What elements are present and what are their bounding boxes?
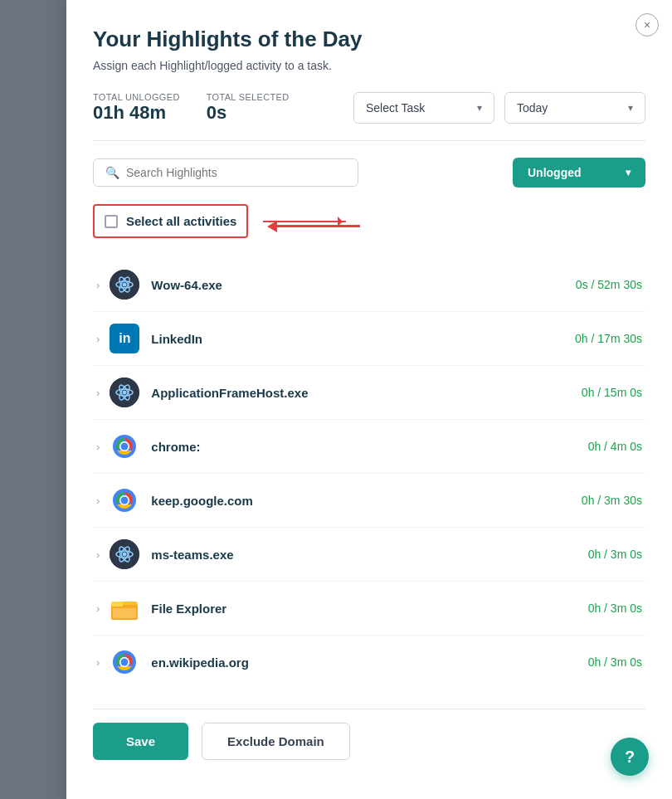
- list-item[interactable]: › keep.google.com 0h / 3m 30s: [93, 474, 645, 528]
- help-button[interactable]: ?: [611, 738, 649, 776]
- app-time: 0h / 17m 30s: [575, 332, 642, 345]
- search-filter-row: 🔍 Unlogged ▾: [93, 158, 645, 188]
- selected-value: 0s: [207, 102, 290, 124]
- app-icon: [110, 593, 139, 623]
- app-time: 0s / 52m 30s: [576, 278, 642, 291]
- select-task-dropdown[interactable]: Select Task ▾: [353, 92, 494, 124]
- app-time: 0h / 3m 0s: [588, 655, 642, 669]
- list-item[interactable]: › ApplicationFrameHost.exe 0h / 15m 0s: [93, 366, 645, 420]
- search-icon: 🔍: [105, 166, 119, 179]
- svg-point-4: [123, 283, 127, 287]
- app-name: Wow-64.exe: [151, 278, 576, 292]
- svg-point-9: [123, 391, 127, 395]
- selected-stat: Total Selected 0s: [207, 92, 290, 124]
- exclude-domain-button[interactable]: Exclude Domain: [202, 723, 350, 760]
- chevron-down-icon: ▾: [626, 167, 631, 178]
- app-icon: [110, 431, 139, 461]
- app-name: ApplicationFrameHost.exe: [151, 386, 582, 400]
- expand-icon: ›: [96, 656, 100, 669]
- expand-icon: ›: [96, 548, 100, 561]
- expand-icon: ›: [96, 602, 100, 615]
- modal-title: Your Highlights of the Day: [93, 27, 645, 52]
- list-item[interactable]: › File Explorer 0h / 3m 0s: [93, 582, 645, 636]
- list-item[interactable]: › ms-teams.exe 0h / 3m 0s: [93, 528, 645, 582]
- search-box[interactable]: 🔍: [93, 158, 358, 187]
- expand-icon: ›: [96, 279, 100, 291]
- expand-icon: ›: [96, 387, 100, 399]
- unlogged-stat: Total Unlogged 01h 48m: [93, 92, 180, 124]
- app-icon: [110, 647, 139, 677]
- app-name: keep.google.com: [151, 494, 582, 508]
- app-name: chrome:: [151, 440, 587, 454]
- svg-rect-26: [113, 608, 136, 618]
- expand-icon: ›: [96, 495, 100, 507]
- select-task-label: Select Task: [366, 101, 425, 114]
- select-all-checkbox[interactable]: [105, 215, 118, 228]
- app-name: en.wikipedia.org: [151, 655, 587, 670]
- stats-dropdowns-row: Total Unlogged 01h 48m Total Selected 0s…: [93, 92, 645, 124]
- svg-point-22: [123, 553, 127, 557]
- close-button[interactable]: ×: [635, 13, 659, 37]
- period-label: Today: [517, 101, 548, 114]
- highlights-modal: × Your Highlights of the Day Assign each…: [66, 0, 672, 799]
- dropdowns-container: Select Task ▾ Today ▾: [353, 92, 645, 124]
- unlogged-value: 01h 48m: [93, 102, 180, 124]
- activity-list: › Wow-64.exe 0s / 52m 30s › in LinkedIn …: [93, 258, 645, 689]
- app-time: 0h / 4m 0s: [588, 440, 642, 453]
- unlogged-filter-label: Unlogged: [528, 166, 582, 179]
- selected-label: Total Selected: [207, 92, 290, 102]
- app-icon: [110, 485, 139, 515]
- app-icon: [110, 270, 139, 300]
- chevron-down-icon: ▾: [477, 102, 482, 114]
- svg-rect-25: [111, 602, 123, 607]
- divider: [93, 140, 645, 141]
- app-name: ms-teams.exe: [151, 548, 587, 562]
- select-all-row[interactable]: Select all activities: [93, 204, 248, 238]
- app-icon: [110, 378, 139, 407]
- app-time: 0h / 3m 30s: [582, 494, 642, 507]
- app-icon: in: [110, 324, 139, 353]
- list-item[interactable]: › en.wikipedia.org 0h / 3m 0s: [93, 636, 645, 689]
- chevron-down-icon: ▾: [628, 102, 633, 114]
- annotation-arrow: [267, 221, 360, 232]
- app-time: 0h / 3m 0s: [588, 602, 642, 615]
- svg-point-13: [121, 443, 129, 451]
- list-item[interactable]: › Wow-64.exe 0s / 52m 30s: [93, 258, 645, 312]
- app-time: 0h / 3m 0s: [588, 548, 642, 561]
- save-button[interactable]: Save: [93, 723, 188, 760]
- expand-icon: ›: [96, 333, 100, 345]
- app-time: 0h / 15m 0s: [582, 386, 642, 399]
- app-name: LinkedIn: [151, 332, 575, 346]
- select-all-label: Select all activities: [126, 214, 236, 228]
- unlogged-filter-button[interactable]: Unlogged ▾: [513, 158, 645, 188]
- svg-point-17: [121, 497, 129, 504]
- svg-point-30: [121, 659, 129, 666]
- search-input[interactable]: [126, 166, 346, 179]
- period-dropdown[interactable]: Today ▾: [504, 92, 645, 124]
- expand-icon: ›: [96, 441, 100, 453]
- app-icon: [110, 539, 139, 569]
- unlogged-label: Total Unlogged: [93, 92, 180, 102]
- footer: Save Exclude Domain: [93, 709, 645, 760]
- list-item[interactable]: › in LinkedIn 0h / 17m 30s: [93, 312, 645, 366]
- app-name: File Explorer: [151, 602, 587, 616]
- modal-subtitle: Assign each Highlight/logged activity to…: [93, 59, 645, 72]
- list-item[interactable]: › chrome: 0h / 4m 0s: [93, 420, 645, 474]
